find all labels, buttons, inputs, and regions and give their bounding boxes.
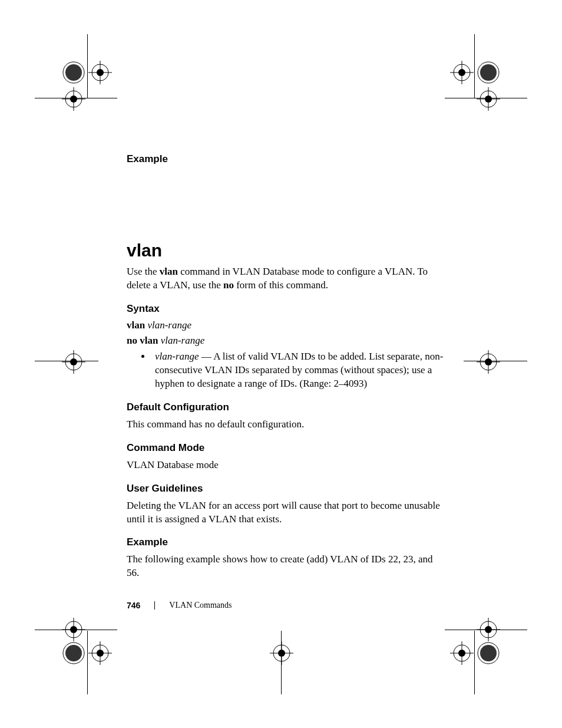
intro-paragraph: Use the vlan command in VLAN Database mo… [127,265,445,292]
text: form of this command. [234,279,328,291]
svg-point-51 [485,626,492,633]
text: Use the [127,266,160,277]
crop-target-icon [88,641,112,665]
body-text: Example vlan Use the vlan command in VLA… [127,153,445,588]
divider [154,601,155,610]
crop-target-icon [477,61,500,84]
crop-target-icon [62,87,85,111]
svg-point-33 [65,645,82,661]
bold-text: vlan [127,319,145,331]
bullet-list: vlan-range — A list of valid VLAN IDs to… [127,350,445,391]
bold-text: vlan [160,266,178,277]
syntax-line: no vlan vlan-range [127,335,445,347]
crop-target-icon [62,61,85,84]
crop-target-icon [270,641,293,665]
svg-point-31 [278,650,285,657]
svg-point-11 [480,64,497,81]
crop-target-icon [62,641,85,665]
svg-point-23 [70,358,77,365]
heading-mode: Command Mode [127,442,445,454]
crop-target-icon [62,618,85,641]
italic-text: vlan-range [161,335,205,346]
crop-target-icon [477,618,500,641]
crop-target-icon [477,87,500,111]
command-title: vlan [127,241,445,261]
example-placeholder [127,170,445,241]
svg-point-43 [480,645,497,661]
svg-point-47 [458,650,465,657]
crop-target-icon [450,61,474,84]
italic-text: vlan-range [147,319,191,331]
page: Example vlan Use the vlan command in VLA… [0,0,562,728]
crop-target-icon [450,641,474,665]
svg-point-19 [485,95,492,103]
paragraph: Deleting the VLAN for an access port wil… [127,499,445,526]
heading-example2: Example [127,536,445,548]
crop-line [474,34,475,98]
svg-point-1 [65,64,82,81]
italic-text: vlan-range [155,351,199,362]
syntax-line: vlan vlan-range [127,319,445,331]
bold-text: no vlan [127,335,158,346]
svg-point-27 [485,358,492,365]
svg-point-5 [97,69,104,76]
crop-line [87,34,88,98]
crop-target-icon [62,350,85,374]
crop-target-icon [477,641,500,665]
page-footer: 746 VLAN Commands [127,601,232,610]
crop-target-icon [88,61,112,84]
paragraph: VLAN Database mode [127,459,445,472]
svg-point-15 [458,69,465,76]
crop-target-icon [477,350,500,374]
bold-text: no [223,279,234,291]
list-item: vlan-range — A list of valid VLAN IDs to… [151,350,445,391]
heading-syntax: Syntax [127,303,445,315]
heading-default: Default Configuration [127,401,445,413]
page-number: 746 [127,601,140,610]
svg-point-41 [70,626,77,633]
crop-line [474,631,475,694]
paragraph: This command has no default configuratio… [127,418,445,431]
svg-point-9 [70,95,77,103]
heading-example: Example [127,153,445,165]
section-label: VLAN Commands [169,601,232,610]
crop-line [87,631,88,694]
paragraph: The following example shows how to creat… [127,553,445,580]
heading-guidelines: User Guidelines [127,483,445,495]
svg-point-37 [97,650,104,657]
